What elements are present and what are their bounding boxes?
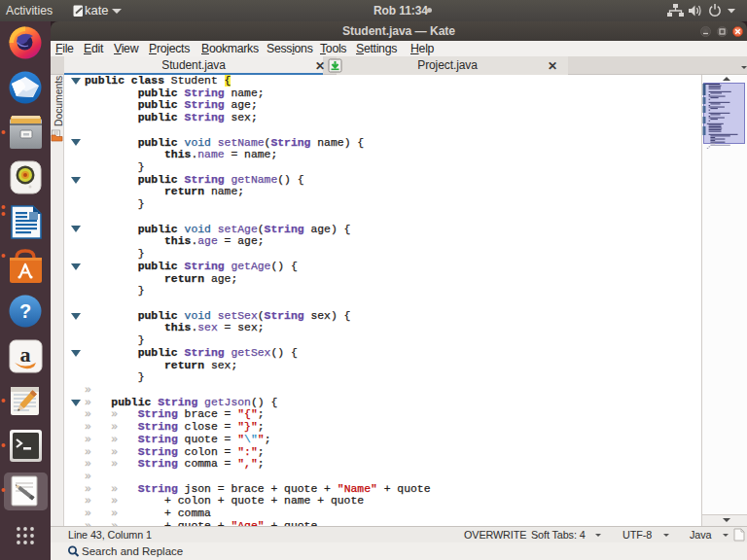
svg-text:a: a [20, 342, 31, 367]
svg-text:?: ? [19, 300, 31, 322]
